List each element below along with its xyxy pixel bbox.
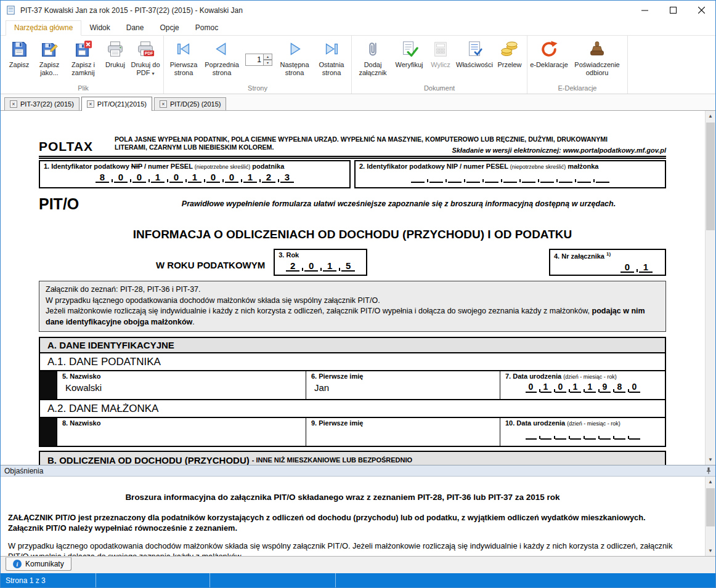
scroll-up-icon[interactable]: ▲ bbox=[706, 111, 715, 121]
pin-icon[interactable] bbox=[705, 467, 712, 475]
save-button[interactable]: Zapisz bbox=[5, 36, 33, 84]
doc-tab-label: PIT-37(22) (2015) bbox=[20, 100, 74, 108]
field-data-urodzenia-malzonka[interactable]: 10. Data urodzenia (dzień - miesiąc - ro… bbox=[500, 418, 665, 446]
pesel-comb bbox=[359, 172, 661, 183]
form-scrollbar[interactable]: ▲ ▼ bbox=[705, 111, 715, 465]
calculate-button-label: Wylicz bbox=[431, 61, 450, 69]
next-page-icon bbox=[285, 39, 304, 60]
page-number-control: ▴ ▾ bbox=[245, 54, 272, 66]
transfer-button[interactable]: Przelew bbox=[494, 36, 525, 84]
field-nazwisko-malzonka[interactable]: 8. Nazwisko bbox=[57, 418, 306, 446]
page-spinner-down-icon[interactable]: ▾ bbox=[264, 60, 272, 66]
ribbon-group-dokument: Dodaj załącznik Weryfikuj Wylicz bbox=[352, 36, 527, 94]
ribbon-tab-narzedzia-glowne[interactable]: Narzędzia główne bbox=[6, 20, 81, 36]
spouse-data-row: 8. Nazwisko 9. Pierwsze imię 10. Data ur… bbox=[39, 417, 666, 447]
doc-tab-pito[interactable]: × PIT/O(21)(2015) bbox=[81, 97, 152, 111]
field-imie-podatnika[interactable]: 6. Pierwsze imię Jan bbox=[306, 371, 500, 399]
minimize-button[interactable] bbox=[630, 1, 659, 20]
brochure-title: Broszura informacyjna do załącznika PIT/… bbox=[8, 493, 677, 502]
receipt-confirmation-button[interactable]: Poświadczenie odbioru bbox=[569, 36, 625, 84]
field-label: 6. Pierwsze imię bbox=[311, 373, 495, 380]
scroll-thumb[interactable] bbox=[706, 488, 715, 526]
window-controls bbox=[630, 1, 715, 20]
tab-close-icon[interactable]: × bbox=[10, 100, 17, 108]
field-label: 2. Identyfikator podatkowy NIP / numer P… bbox=[359, 163, 661, 170]
add-attachment-button[interactable]: Dodaj załącznik bbox=[354, 36, 392, 84]
next-page-button[interactable]: Następna strona bbox=[275, 36, 314, 84]
doc-tab-pitd[interactable]: × PIT/D(25) (2015) bbox=[154, 97, 227, 110]
objasnienia-scrollbar[interactable]: ▲ ▼ bbox=[705, 477, 715, 556]
e-deklaracje-button[interactable]: e-Deklaracje bbox=[529, 36, 569, 84]
last-page-button-label: Ostatnia strona bbox=[314, 61, 349, 77]
section-b-header: B. ODLICZENIA OD DOCHODU (PRZYCHODU) - I… bbox=[39, 451, 666, 465]
print-to-pdf-button[interactable]: PDF Drukuj do PDF ▾ bbox=[129, 36, 161, 84]
year-comb: 2015 bbox=[279, 260, 362, 272]
tab-close-icon[interactable]: × bbox=[160, 100, 167, 108]
scroll-up-icon[interactable]: ▲ bbox=[706, 477, 715, 487]
field-rok[interactable]: 3. Rok 2015 bbox=[274, 249, 367, 276]
save-and-close-button[interactable]: Zapisz i zamknij bbox=[65, 36, 101, 84]
ribbon-tab-opcje[interactable]: Opcje bbox=[152, 21, 187, 35]
field-value bbox=[62, 427, 301, 438]
previous-page-button[interactable]: Poprzednia strona bbox=[201, 36, 242, 84]
field-label: 3. Rok bbox=[279, 251, 362, 259]
print-to-pdf-button-label: Drukuj do PDF ▾ bbox=[130, 61, 161, 78]
last-page-button[interactable]: Ostatnia strona bbox=[314, 36, 349, 84]
ribbon-group-label-edeklaracje: E-Deklaracje bbox=[529, 84, 625, 94]
section-a1-header: A.1. DANE PODATNIKA bbox=[39, 352, 666, 371]
brochure-paragraph: W przypadku łącznego opodatkowania docho… bbox=[8, 541, 677, 556]
save-and-close-button-label: Zapisz i zamknij bbox=[66, 61, 100, 77]
calculate-button[interactable]: Wylicz bbox=[426, 36, 455, 84]
verify-icon bbox=[400, 39, 418, 60]
ribbon-group-plik: Zapisz Zapisz jako... Zapisz i zamknij bbox=[3, 36, 164, 94]
field-nr-zalacznika[interactable]: 4. Nr załącznika 1) 01 bbox=[549, 249, 666, 276]
previous-page-icon bbox=[213, 39, 231, 60]
field-imie-malzonka[interactable]: 9. Pierwsze imię bbox=[306, 418, 500, 446]
ribbon-group-label-plik: Plik bbox=[5, 84, 161, 94]
status-segment bbox=[96, 573, 210, 587]
transfer-button-label: Przelew bbox=[497, 61, 521, 69]
field-data-urodzenia-podatnika[interactable]: 7. Data urodzenia (dzień - miesiąc - rok… bbox=[500, 371, 665, 399]
field-value: Kowalski bbox=[62, 380, 301, 393]
field-label: 7. Data urodzenia (dzień - miesiąc - rok… bbox=[505, 373, 660, 380]
field-label: 8. Nazwisko bbox=[62, 419, 301, 427]
field-nazwisko-podatnika[interactable]: 5. Nazwisko Kowalski bbox=[57, 371, 306, 399]
pesel-comb: 80010100123 bbox=[44, 172, 346, 183]
verify-button[interactable]: Weryfikuj bbox=[392, 36, 426, 84]
save-as-button[interactable]: Zapisz jako... bbox=[33, 36, 65, 84]
brochure-paragraph: ZAŁĄCZNIK PIT/O jest przeznaczony dla po… bbox=[8, 512, 677, 523]
first-page-button[interactable]: Pierwsza strona bbox=[166, 36, 201, 84]
page-number-input[interactable] bbox=[245, 54, 264, 66]
page-spinner-up-icon[interactable]: ▴ bbox=[264, 54, 272, 60]
ribbon-group-strony: Pierwsza strona Poprzednia strona ▴ ▾ bbox=[164, 36, 352, 94]
properties-button[interactable]: Właściwości bbox=[455, 36, 494, 84]
ribbon-tab-widok[interactable]: Widok bbox=[81, 21, 118, 35]
tab-close-icon[interactable]: × bbox=[87, 100, 94, 108]
field-pesel-malzonka[interactable]: 2. Identyfikator podatkowy NIP / numer P… bbox=[354, 160, 666, 188]
print-button[interactable]: Drukuj bbox=[101, 36, 129, 84]
form-hint: Prawidłowe wypełnienie formularza ułatwi… bbox=[131, 199, 666, 208]
field-label: 9. Pierwsze imię bbox=[311, 419, 495, 427]
maximize-button[interactable] bbox=[659, 1, 687, 20]
field-pesel-podatnika[interactable]: 1. Identyfikator podatkowy NIP / numer P… bbox=[39, 160, 351, 188]
poltax-logo: POLTAX bbox=[39, 135, 115, 154]
close-button[interactable] bbox=[687, 1, 715, 20]
section-a2-header: A.2. DANE MAŁŻONKA bbox=[39, 399, 666, 418]
bottom-tab-bar: i Komunikaty bbox=[1, 557, 715, 573]
ribbon-tab-dane[interactable]: Dane bbox=[118, 21, 152, 35]
paperclip-icon bbox=[364, 39, 382, 60]
tab-komunikaty[interactable]: i Komunikaty bbox=[6, 557, 71, 571]
print-icon bbox=[106, 39, 124, 60]
status-segment bbox=[210, 573, 336, 587]
doc-tab-pit37[interactable]: × PIT-37(22) (2015) bbox=[4, 97, 79, 110]
ribbon-tab-pomoc[interactable]: Pomoc bbox=[187, 21, 226, 35]
dropdown-caret-icon: ▾ bbox=[152, 71, 155, 76]
scroll-thumb[interactable] bbox=[706, 123, 715, 230]
doc-tab-label: PIT/D(25) (2015) bbox=[170, 100, 221, 108]
field-label: 5. Nazwisko bbox=[62, 373, 301, 380]
form-header: POLTAX POLA JASNE WYPEŁNIA PODATNIK, POL… bbox=[39, 135, 666, 154]
scroll-down-icon[interactable]: ▼ bbox=[706, 546, 715, 556]
status-bar: Strona 1 z 3 bbox=[1, 573, 715, 587]
scroll-down-icon[interactable]: ▼ bbox=[706, 454, 715, 465]
section-a-header: A. DANE IDENTYFIKACYJNE bbox=[39, 337, 666, 353]
